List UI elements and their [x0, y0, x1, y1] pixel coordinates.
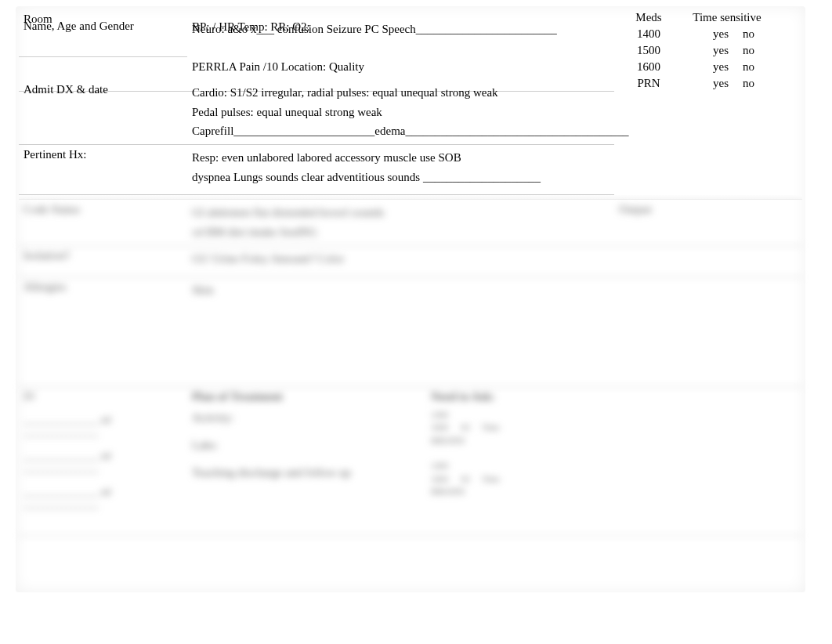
resp-line: Resp: even unlabored labored accessory m…	[192, 148, 610, 168]
dyspnea-line: dyspnea Lungs sounds clear adventitious …	[192, 168, 610, 187]
label-admit-dx: Admit DX & date	[19, 80, 187, 145]
ask-cell: 0C	[461, 422, 472, 432]
label-code-status: Code Status	[19, 200, 187, 246]
iv-line: ________________ ml ________________	[24, 487, 183, 510]
gi-line-1: GI abdomen flat distended bowel sounds	[192, 203, 610, 223]
nursing-assessment-sheet: Room BP: / HR Temp: RR: O2: Meds Time se…	[19, 9, 802, 536]
gi-line-2: x4 BM diet intake feedNG	[192, 223, 610, 242]
ask-cell: 1600	[431, 422, 448, 432]
perrla-line: PERRLA Pain /10 Location: Quality	[192, 57, 610, 77]
neuro-line: Neuro: a&o x___ confusion Seizure PC Spe…	[192, 20, 610, 39]
ask-cell: 1600	[431, 474, 448, 483]
label-isolation: Isolation?	[19, 246, 187, 277]
label-name-age-gender: Name, Age and Gender	[19, 15, 187, 57]
pedal-line: Pedal pulses: equal unequal strong weak	[192, 103, 610, 122]
label-allergies: Allergies	[19, 277, 187, 387]
gu-line: GU Urine Foley Amount? Color	[187, 246, 614, 277]
iv-title: IV	[24, 390, 183, 403]
ask-cell: 1400	[431, 461, 448, 470]
ask-cell: BREATH	[431, 436, 465, 445]
label-pertinent-hx: Pertinent Hx:	[19, 145, 187, 195]
ask-cell: 0C	[461, 474, 472, 483]
plan-teaching: Teaching discharge and follow up	[192, 466, 421, 479]
need-to-ask-header: Need to Ask:	[431, 390, 610, 403]
cardio-line: Cardio: S1/S2 irregular, radial pulses: …	[192, 83, 610, 103]
plan-labs: Labs:	[192, 439, 421, 452]
caprefill-line: Caprefill________________________edema__…	[192, 121, 610, 141]
ask-cell: BREATH	[431, 487, 465, 496]
label-iv: IV ________________ ml ________________ …	[19, 387, 187, 536]
label-output: Output	[614, 200, 802, 246]
plan-header: Plan of Treatment	[192, 390, 421, 403]
ask-cell: Time	[482, 422, 500, 432]
skin-line: Skin	[187, 277, 614, 387]
iv-line: ________________ ml ________________	[24, 450, 183, 474]
iv-line: ________________ ml ________________	[24, 414, 183, 438]
plan-activity: Activity:	[192, 411, 421, 425]
ask-cell: Time	[482, 474, 500, 483]
ask-cell: 1400	[431, 410, 448, 419]
